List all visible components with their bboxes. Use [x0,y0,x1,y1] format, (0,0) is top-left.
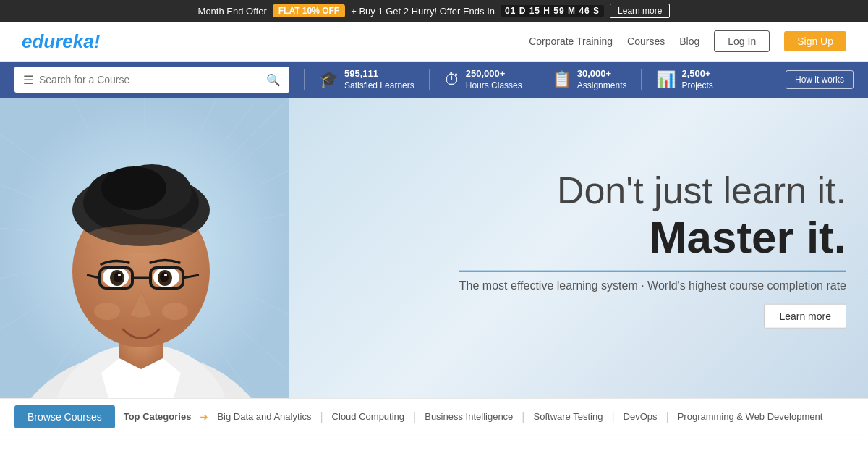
stat-divider-1 [304,69,305,90]
learners-number: 595,111 [344,68,414,80]
hero-section: Don't just learn it. Master it. The most… [0,98,868,398]
signup-button[interactable]: Sign Up [784,31,846,51]
nav-links: Corporate Training Courses Blog Log In S… [529,30,846,52]
nav-blog[interactable]: Blog [679,35,699,47]
stat-assignments: 📋 30,000+ Assignments [552,68,627,91]
hero-learn-more-button[interactable]: Learn more [764,304,846,329]
nav-header: edureka! Corporate Training Courses Blog… [0,22,868,62]
promo-extra: + Buy 1 Get 2 Hurry! Offer Ends In [351,6,495,17]
promo-bar: Month End Offer FLAT 10% OFF + Buy 1 Get… [0,0,868,22]
stat-hours: ⏱ 250,000+ Hours Classes [444,68,522,91]
search-input-wrap: ☰ 🔍 [14,67,289,93]
assignments-label: Assignments [577,80,627,92]
browse-courses-button[interactable]: Browse Courses [14,405,115,428]
svg-point-43 [94,303,120,320]
hero-line1: Don't just learn it. [459,167,846,212]
arrow-right-icon: ➜ [200,411,208,423]
hero-subtitle: The most effective learning system · Wor… [459,271,846,292]
svg-point-32 [114,272,122,282]
hero-text: Don't just learn it. Master it. The most… [459,167,846,329]
svg-point-37 [160,272,169,282]
hero-line2: Master it. [459,213,846,262]
stat-learners: 🎓 595,111 Satisfied Learners [319,68,414,91]
stat-divider-3 [537,69,537,90]
svg-point-33 [118,274,121,276]
top-categories-label: Top Categories [124,411,192,422]
cat-software-testing[interactable]: Software Testing [534,411,603,422]
cat-cloud-computing[interactable]: Cloud Computing [332,411,404,422]
promo-learn-more-button[interactable]: Learn more [610,4,670,18]
nav-corporate-training[interactable]: Corporate Training [529,35,613,47]
cat-programming[interactable]: Programming & Web Development [678,411,823,422]
stat-projects: 📊 2,500+ Projects [656,68,712,91]
promo-badge: FLAT 10% OFF [273,4,345,17]
svg-point-38 [164,274,167,276]
learners-icon: 🎓 [319,70,339,89]
learners-label: Satisfied Learners [344,80,414,92]
projects-icon: 📊 [656,70,676,89]
nav-courses[interactable]: Courses [627,35,665,47]
how-it-works-button[interactable]: How it works [786,70,854,89]
cat-business-intelligence[interactable]: Business Intelligence [425,411,513,422]
stat-divider-2 [429,69,430,90]
svg-point-29 [83,224,199,253]
search-icon[interactable]: 🔍 [266,73,281,87]
projects-number: 2,500+ [681,68,712,80]
promo-text: Month End Offer [198,6,267,17]
projects-label: Projects [681,80,712,92]
search-input[interactable] [39,74,260,85]
assignments-number: 30,000+ [577,68,627,80]
login-button[interactable]: Log In [714,30,770,52]
stat-divider-4 [641,69,642,90]
cat-big-data[interactable]: Big Data and Analytics [217,411,311,422]
svg-point-28 [101,166,166,210]
logo[interactable]: edureka! [22,30,529,53]
cat-devops[interactable]: DevOps [624,411,658,422]
search-bar: ☰ 🔍 🎓 595,111 Satisfied Learners ⏱ 250,0… [0,62,868,98]
hero-illustration [0,98,289,398]
countdown-timer: 01 D 15 H 59 M 46 S [501,5,604,17]
assignments-icon: 📋 [552,70,571,89]
hours-icon: ⏱ [444,70,460,89]
hours-number: 250,000+ [466,68,522,80]
hours-label: Hours Classes [466,80,522,92]
hamburger-icon[interactable]: ☰ [23,73,33,87]
svg-point-44 [162,303,188,320]
categories-bar: Browse Courses Top Categories ➜ Big Data… [0,398,868,434]
